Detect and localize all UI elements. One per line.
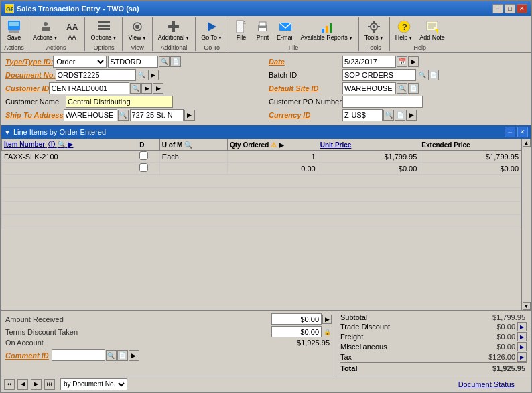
col-unit-price[interactable]: Unit Price: [318, 139, 419, 151]
terms-discount-input[interactable]: [271, 326, 322, 337]
batch-detail-icon[interactable]: 📄: [428, 70, 439, 80]
comment-id-input[interactable]: [52, 349, 105, 361]
amount-received-input[interactable]: [271, 313, 322, 325]
tax-arrow[interactable]: ▶: [517, 352, 527, 362]
ship-to-address-input[interactable]: [130, 109, 184, 121]
nav-prev-btn[interactable]: ◀: [17, 379, 28, 390]
col-item-number[interactable]: Item Number ⓘ 🔍 ▶: [2, 139, 137, 151]
type-label[interactable]: Type/Type ID:: [5, 58, 53, 66]
file-button[interactable]: File: [231, 17, 251, 43]
doc-no-input[interactable]: [56, 69, 136, 81]
cell-uom[interactable]: Each: [159, 151, 227, 163]
item-lookup-icon[interactable]: 🔍: [58, 141, 66, 148]
cell-uom-2[interactable]: [159, 163, 227, 175]
ship-to-label[interactable]: Ship To Address: [5, 111, 64, 119]
nav-first-btn[interactable]: ⏮: [4, 379, 15, 390]
goto-button[interactable]: Go To ▼: [198, 17, 225, 43]
cell-d[interactable]: [137, 151, 160, 163]
terms-discount-icon[interactable]: 🔒: [322, 327, 332, 337]
additional-button[interactable]: Additional ▼: [155, 17, 192, 43]
cell-qty[interactable]: 1: [227, 151, 318, 163]
currency-input[interactable]: [342, 109, 383, 121]
comment-arrow-icon[interactable]: ▶: [129, 350, 139, 361]
default-site-detail-icon[interactable]: 📄: [408, 83, 419, 94]
currency-lookup-icon[interactable]: 🔍: [383, 110, 394, 121]
nav-next-btn[interactable]: ▶: [31, 379, 42, 390]
options-button[interactable]: Options ▼: [88, 17, 119, 43]
available-reports-button[interactable]: Available Reports ▼: [298, 17, 356, 43]
amount-received-arrow[interactable]: ▶: [322, 315, 332, 324]
currency-extra-icon[interactable]: ▶: [406, 110, 417, 121]
minimize-button[interactable]: −: [492, 4, 503, 13]
email-button[interactable]: E-mail: [274, 17, 297, 43]
ship-to-detail-icon[interactable]: ▶: [184, 110, 195, 121]
view-button[interactable]: View ▼: [125, 17, 149, 43]
nav-last-btn[interactable]: ⏭: [44, 379, 55, 390]
sort-select[interactable]: by Document No.: [60, 378, 127, 390]
type-detail-icon[interactable]: 📄: [170, 56, 181, 67]
batch-lookup-icon[interactable]: 🔍: [417, 70, 427, 80]
ship-to-lookup-icon[interactable]: 🔍: [118, 110, 129, 121]
trade-discount-arrow[interactable]: ▶: [517, 322, 527, 331]
default-site-label[interactable]: Default Site ID: [269, 84, 342, 92]
cell-extended-price-2[interactable]: $0.00: [419, 163, 521, 175]
customer-lookup-icon[interactable]: 🔍: [130, 83, 141, 94]
save-button[interactable]: Save: [4, 17, 24, 43]
scroll-up-btn[interactable]: ▲: [523, 139, 531, 147]
line-items-btn1[interactable]: →: [505, 127, 515, 137]
customer-id-label[interactable]: Customer ID: [5, 84, 49, 92]
customer-id-input[interactable]: [49, 82, 129, 94]
collapse-icon[interactable]: ▼: [4, 129, 11, 136]
document-status-link[interactable]: Document Status: [458, 380, 515, 388]
date-label[interactable]: Date: [269, 58, 342, 66]
batch-id-input[interactable]: [342, 69, 416, 81]
date-detail-icon[interactable]: ▶: [408, 56, 419, 67]
freight-arrow[interactable]: ▶: [517, 332, 527, 341]
comment-id-label[interactable]: Comment ID: [5, 351, 49, 360]
tools-button[interactable]: Tools ▼: [362, 17, 387, 43]
d-checkbox-2[interactable]: [139, 163, 148, 172]
customer-detail-icon[interactable]: ▶: [141, 83, 152, 94]
line-items-btn2[interactable]: ✕: [517, 127, 528, 137]
currency-label[interactable]: Currency ID: [269, 111, 342, 119]
cell-unit-price[interactable]: $1,799.95: [318, 151, 419, 163]
type-id-input[interactable]: [108, 56, 158, 68]
ship-to-input[interactable]: [64, 109, 117, 121]
doc-detail-icon[interactable]: ▶: [148, 70, 159, 80]
qty-warning-icon[interactable]: ⚠: [271, 141, 277, 149]
d-checkbox[interactable]: [139, 151, 148, 160]
comment-detail-icon[interactable]: 📄: [117, 350, 128, 361]
customer-po-input[interactable]: [342, 96, 423, 108]
cell-qty-2[interactable]: 0.00: [227, 163, 318, 175]
customer-extra-icon[interactable]: ▶: [153, 83, 163, 94]
currency-detail-icon[interactable]: 📄: [395, 110, 405, 121]
date-input[interactable]: [342, 56, 396, 68]
cell-item-number-2[interactable]: [2, 163, 137, 175]
qty-arrow-icon[interactable]: ▶: [279, 141, 284, 149]
close-button[interactable]: ✕: [517, 4, 527, 13]
default-site-lookup-icon[interactable]: 🔍: [397, 83, 407, 94]
item-info-icon[interactable]: ⓘ: [48, 141, 55, 148]
type-select[interactable]: Order: [53, 56, 107, 68]
default-site-input[interactable]: [342, 82, 396, 94]
print-button[interactable]: Print: [253, 17, 273, 43]
item-arrow-icon[interactable]: ▶: [68, 141, 73, 148]
cell-extended-price[interactable]: $1,799.95: [419, 151, 521, 163]
actions-button[interactable]: Actions ▼: [30, 17, 60, 43]
customer-name-input[interactable]: [66, 96, 173, 108]
add-note-button[interactable]: Add Note: [417, 17, 448, 43]
date-calendar-icon[interactable]: 📅: [397, 56, 407, 67]
maximize-button[interactable]: □: [505, 4, 515, 13]
comment-lookup-icon[interactable]: 🔍: [106, 350, 117, 361]
cell-item-number[interactable]: FAXX-SLK-2100: [2, 151, 137, 163]
aa-button[interactable]: AA AA: [62, 17, 82, 43]
miscellaneous-arrow[interactable]: ▶: [517, 342, 527, 351]
cell-unit-price-2[interactable]: $0.00: [318, 163, 419, 175]
scroll-down-btn[interactable]: ▼: [523, 302, 531, 310]
doc-lookup-icon[interactable]: 🔍: [137, 70, 147, 80]
uom-lookup-icon[interactable]: 🔍: [184, 141, 192, 149]
doc-no-label[interactable]: Document No.: [5, 71, 56, 79]
table-scrollbar[interactable]: ▲ ▼: [521, 139, 531, 310]
cell-d-2[interactable]: [137, 163, 160, 175]
help-button[interactable]: ? Help ▼: [393, 17, 415, 43]
